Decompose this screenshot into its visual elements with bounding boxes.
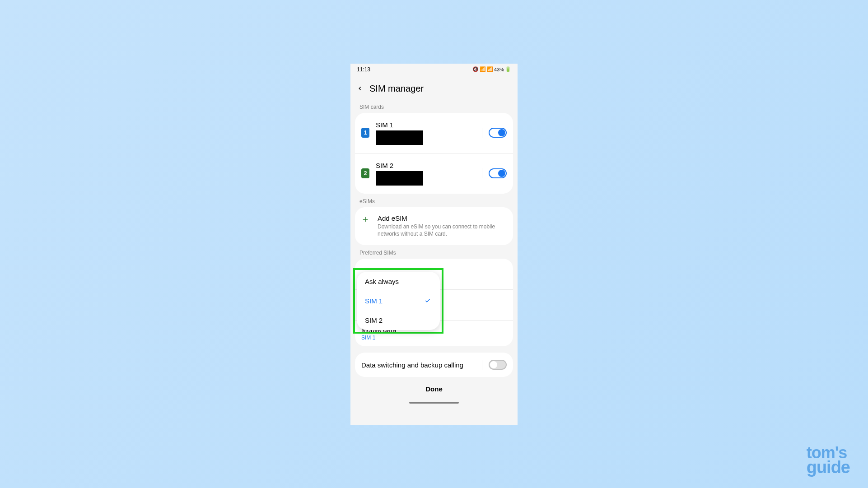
section-esims: eSIMs xyxy=(350,194,518,207)
sim-1-toggle[interactable] xyxy=(489,128,507,138)
phone-screen: 11:13 🔇 📶 📶 43% 🔋 SIM manager SIM cards … xyxy=(350,64,518,425)
sim-cards-card: 1 SIM 1 2 SIM 2 xyxy=(355,113,513,194)
status-indicators: 🔇 📶 📶 43% 🔋 xyxy=(472,66,511,72)
signal-icon: 📶 xyxy=(487,66,493,72)
sim-2-carrier-redacted xyxy=(376,171,423,186)
page-title: SIM manager xyxy=(369,84,424,94)
back-icon[interactable] xyxy=(357,85,363,92)
switching-card: Data switching and backup calling xyxy=(355,353,513,377)
sim-2-badge-icon: 2 xyxy=(361,168,369,178)
section-preferred: Preferred SIMs xyxy=(350,245,518,259)
done-button[interactable]: Done xyxy=(350,377,518,401)
popup-sim-1[interactable]: SIM 1 xyxy=(357,291,440,311)
status-bar: 11:13 🔇 📶 📶 43% 🔋 xyxy=(350,64,518,75)
popup-sim-2[interactable]: SIM 2 xyxy=(357,311,440,330)
sim-2-label: SIM 2 xyxy=(376,162,476,169)
mute-icon: 🔇 xyxy=(472,66,479,72)
add-esim-desc: Download an eSIM so you can connect to m… xyxy=(378,223,507,238)
watermark-logo: tom's guide xyxy=(807,446,850,474)
popup-ask-always[interactable]: Ask always xyxy=(357,272,440,291)
sim-2-toggle[interactable] xyxy=(489,168,507,178)
popup-item-label: SIM 2 xyxy=(365,316,383,324)
data-switching-toggle[interactable] xyxy=(489,360,507,370)
sim-1-label: SIM 1 xyxy=(376,121,476,129)
status-time: 11:13 xyxy=(357,66,370,73)
sim-1-badge-icon: 1 xyxy=(361,128,369,138)
page-header: SIM manager xyxy=(350,75,518,99)
nav-handle[interactable] xyxy=(409,402,459,404)
popup-item-label: SIM 1 xyxy=(365,297,383,305)
mobile-data-value: SIM 1 xyxy=(361,335,507,341)
data-switching-row[interactable]: Data switching and backup calling xyxy=(355,353,513,377)
popup-highlight: Ask always SIM 1 SIM 2 xyxy=(353,268,443,334)
esim-card: Add eSIM Download an eSIM so you can con… xyxy=(355,207,513,246)
plus-icon xyxy=(361,215,369,223)
wifi-icon: 📶 xyxy=(480,66,486,72)
add-esim-row[interactable]: Add eSIM Download an eSIM so you can con… xyxy=(355,207,513,246)
check-icon xyxy=(424,297,432,304)
sim-select-popup: Ask always SIM 1 SIM 2 xyxy=(357,272,440,330)
sim-2-row[interactable]: 2 SIM 2 xyxy=(355,153,513,194)
battery-icon: 🔋 xyxy=(505,66,511,72)
popup-item-label: Ask always xyxy=(365,278,399,285)
sim-1-row[interactable]: 1 SIM 1 xyxy=(355,113,513,153)
sim-1-carrier-redacted xyxy=(376,130,423,145)
data-switching-label: Data switching and backup calling xyxy=(361,361,463,369)
add-esim-title: Add eSIM xyxy=(378,214,507,222)
section-sim-cards: SIM cards xyxy=(350,99,518,113)
battery-text: 43% xyxy=(494,67,504,72)
